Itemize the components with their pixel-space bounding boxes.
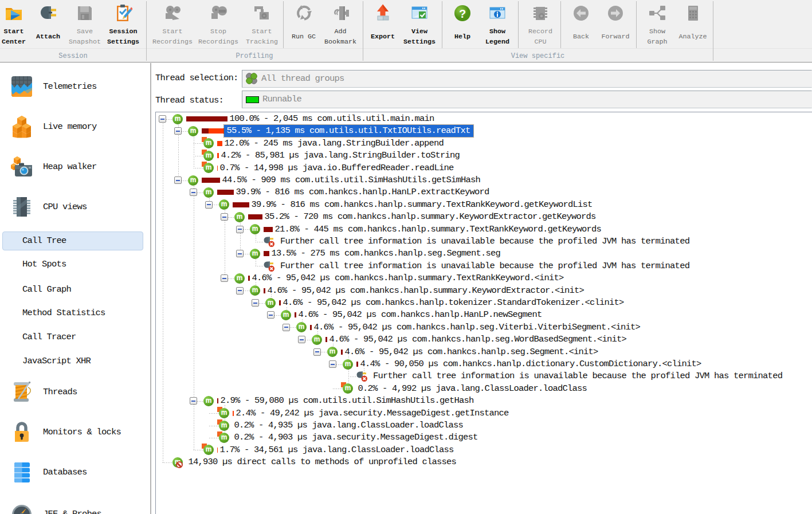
svg-text:?: ?: [459, 7, 466, 20]
